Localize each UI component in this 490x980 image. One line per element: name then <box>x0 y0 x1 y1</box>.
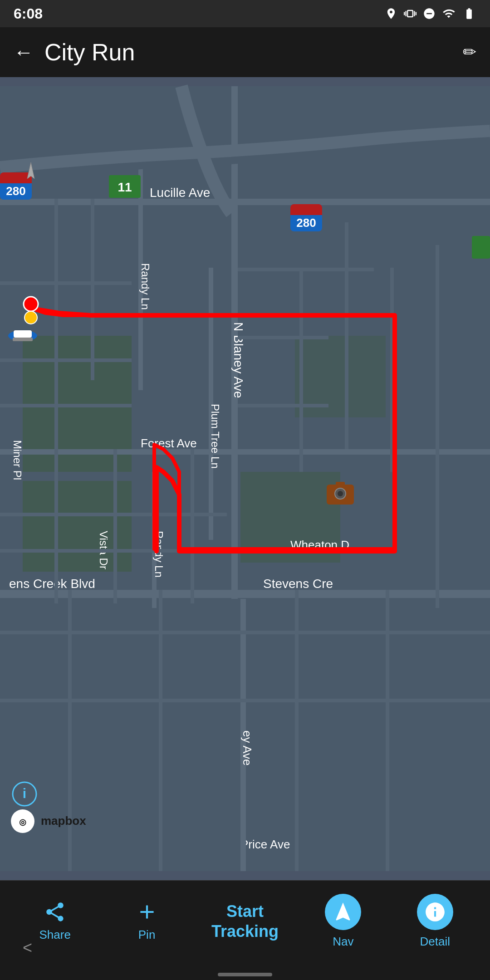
back-button[interactable]: ← <box>14 41 34 64</box>
svg-rect-43 <box>238 336 328 339</box>
svg-rect-9 <box>0 590 490 598</box>
svg-rect-59 <box>386 590 389 871</box>
back-chevron[interactable]: < <box>23 938 32 957</box>
pin-label: Pin <box>138 928 156 942</box>
svg-rect-58 <box>295 590 299 871</box>
detail-label: Detail <box>420 935 450 949</box>
svg-rect-46 <box>345 222 348 449</box>
map-area: Lucille Ave Forest Ave ens Creek Blvd St… <box>0 77 490 880</box>
svg-rect-57 <box>159 590 162 871</box>
svg-rect-52 <box>113 449 117 603</box>
svg-text:Miner Pl: Miner Pl <box>11 440 24 480</box>
svg-text:11: 11 <box>118 180 132 194</box>
map-svg: Lucille Ave Forest Ave ens Creek Blvd St… <box>0 77 490 880</box>
svg-rect-42 <box>238 268 374 271</box>
svg-rect-38 <box>0 358 132 362</box>
location-icon <box>385 7 397 20</box>
svg-rect-45 <box>299 268 303 472</box>
svg-rect-28 <box>0 178 32 183</box>
svg-rect-32 <box>290 210 322 215</box>
svg-point-67 <box>338 491 343 496</box>
svg-rect-63 <box>14 330 32 338</box>
wifi-icon <box>442 7 456 20</box>
svg-text:Forest Ave: Forest Ave <box>141 436 197 450</box>
svg-text:◎: ◎ <box>19 818 26 827</box>
svg-text:ey Ave: ey Ave <box>240 730 254 766</box>
svg-rect-37 <box>0 281 132 285</box>
share-button[interactable]: Share <box>28 901 82 942</box>
status-icons <box>385 7 476 20</box>
svg-rect-39 <box>0 404 132 407</box>
svg-rect-5 <box>0 199 490 205</box>
svg-rect-53 <box>191 449 194 603</box>
page-title: City Run <box>44 39 463 66</box>
svg-text:280: 280 <box>6 184 25 198</box>
svg-text:N Blaney Ave: N Blaney Ave <box>231 322 245 398</box>
svg-text:Randy Ln: Randy Ln <box>139 263 152 310</box>
svg-text:i: i <box>23 786 26 801</box>
start-tracking-button[interactable]: StartTracking <box>211 902 279 941</box>
svg-text:mapbox: mapbox <box>41 814 86 828</box>
edit-button[interactable]: ✏ <box>463 43 476 62</box>
share-icon <box>44 901 66 923</box>
svg-point-61 <box>24 311 37 324</box>
svg-text:Lucille Ave: Lucille Ave <box>150 186 210 200</box>
svg-point-60 <box>24 297 38 311</box>
svg-rect-64 <box>13 338 33 341</box>
start-tracking-label: StartTracking <box>211 902 279 941</box>
vibrate-icon <box>404 7 416 20</box>
plus-icon <box>136 901 158 923</box>
detail-button[interactable]: Detail <box>408 894 462 949</box>
status-bar: 6:08 <box>0 0 490 27</box>
svg-text:ens Creek Blvd: ens Creek Blvd <box>9 577 95 591</box>
battery-icon <box>462 7 476 20</box>
bottom-bar: Share Pin StartTracking Nav Detail <box>0 880 490 980</box>
svg-text:280: 280 <box>296 216 316 230</box>
svg-rect-44 <box>238 404 328 407</box>
pin-button[interactable]: Pin <box>120 901 174 942</box>
svg-rect-41 <box>91 199 94 380</box>
status-time: 6:08 <box>14 5 43 22</box>
svg-rect-7 <box>0 449 490 455</box>
svg-rect-68 <box>336 482 345 486</box>
dnd-icon <box>423 7 436 20</box>
svg-rect-51 <box>54 449 58 603</box>
detail-icon-circle <box>417 894 453 930</box>
share-label: Share <box>39 928 70 942</box>
svg-text:Stevens Cre: Stevens Cre <box>263 577 333 591</box>
svg-rect-48 <box>436 245 439 608</box>
svg-rect-56 <box>68 590 72 871</box>
nav-label: Nav <box>333 935 353 949</box>
nav-icon-circle <box>325 894 361 930</box>
svg-text:Price Ave: Price Ave <box>240 838 290 851</box>
header: ← City Run ✏ <box>0 27 490 77</box>
svg-rect-54 <box>0 631 490 634</box>
svg-rect-36 <box>472 236 490 259</box>
svg-text:Plum Tree Ln: Plum Tree Ln <box>209 404 221 469</box>
gesture-bar <box>218 973 272 976</box>
nav-button[interactable]: Nav <box>316 894 370 949</box>
svg-rect-55 <box>0 699 490 702</box>
